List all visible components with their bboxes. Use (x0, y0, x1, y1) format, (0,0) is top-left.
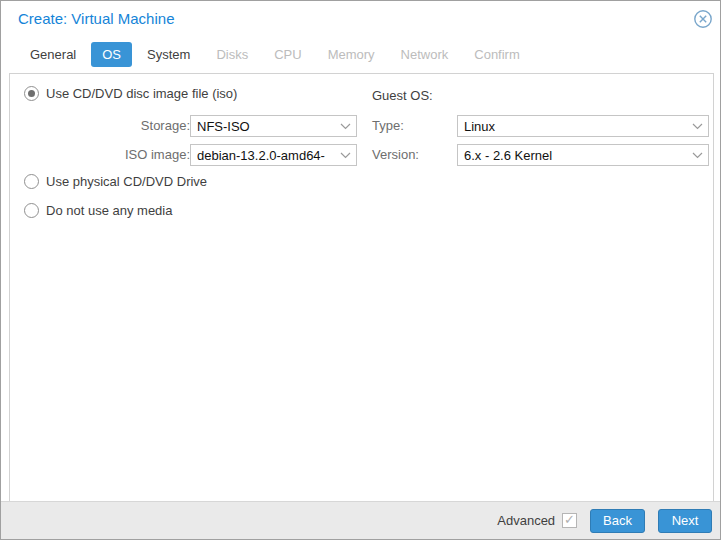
wizard-tabbar: General OS System Disks CPU Memory Netwo… (19, 37, 712, 71)
tab-confirm: Confirm (463, 42, 531, 67)
close-icon[interactable] (693, 9, 713, 29)
storage-select[interactable]: NFS-ISO (190, 115, 357, 137)
tab-general[interactable]: General (19, 42, 87, 67)
radio-button-icon[interactable] (24, 174, 39, 189)
radio-use-iso-label: Use CD/DVD disc image file (iso) (46, 86, 237, 101)
tab-os[interactable]: OS (91, 42, 132, 67)
radio-no-media-label: Do not use any media (46, 203, 172, 218)
advanced-checkbox[interactable] (562, 513, 577, 528)
type-label: Type: (372, 115, 404, 137)
next-button[interactable]: Next (658, 509, 712, 533)
chevron-down-icon (686, 123, 708, 130)
dialog-footer: Advanced Back Next (1, 501, 720, 539)
os-version-value: 6.x - 2.6 Kernel (458, 148, 686, 163)
iso-image-select[interactable]: debian-13.2.0-amd64- (190, 144, 357, 166)
tab-memory: Memory (317, 42, 386, 67)
radio-use-iso[interactable]: Use CD/DVD disc image file (iso) (24, 86, 237, 101)
iso-image-value: debian-13.2.0-amd64- (191, 148, 334, 163)
os-type-value: Linux (458, 119, 686, 134)
advanced-label: Advanced (497, 513, 555, 528)
os-tab-panel: Use CD/DVD disc image file (iso) Storage… (9, 73, 714, 503)
tab-cpu: CPU (263, 42, 312, 67)
radio-physical-drive[interactable]: Use physical CD/DVD Drive (24, 174, 207, 189)
chevron-down-icon (334, 123, 356, 130)
iso-image-label: ISO image: (85, 144, 190, 166)
tab-network: Network (390, 42, 460, 67)
chevron-down-icon (334, 152, 356, 159)
create-vm-dialog: Create: Virtual Machine General OS Syste… (0, 0, 721, 540)
chevron-down-icon (686, 152, 708, 159)
dialog-title: Create: Virtual Machine (18, 10, 174, 27)
storage-value: NFS-ISO (191, 119, 334, 134)
guest-os-heading: Guest OS: (372, 88, 433, 103)
os-version-select[interactable]: 6.x - 2.6 Kernel (457, 144, 709, 166)
back-button[interactable]: Back (590, 509, 645, 533)
advanced-toggle[interactable]: Advanced (497, 513, 577, 528)
version-label: Version: (372, 144, 419, 166)
tab-disks: Disks (205, 42, 259, 67)
radio-physical-drive-label: Use physical CD/DVD Drive (46, 174, 207, 189)
os-type-select[interactable]: Linux (457, 115, 709, 137)
radio-button-icon[interactable] (24, 86, 39, 101)
tab-system[interactable]: System (136, 42, 201, 67)
radio-button-icon[interactable] (24, 203, 39, 218)
radio-no-media[interactable]: Do not use any media (24, 203, 172, 218)
storage-label: Storage: (85, 115, 190, 137)
dialog-titlebar: Create: Virtual Machine (1, 1, 720, 37)
